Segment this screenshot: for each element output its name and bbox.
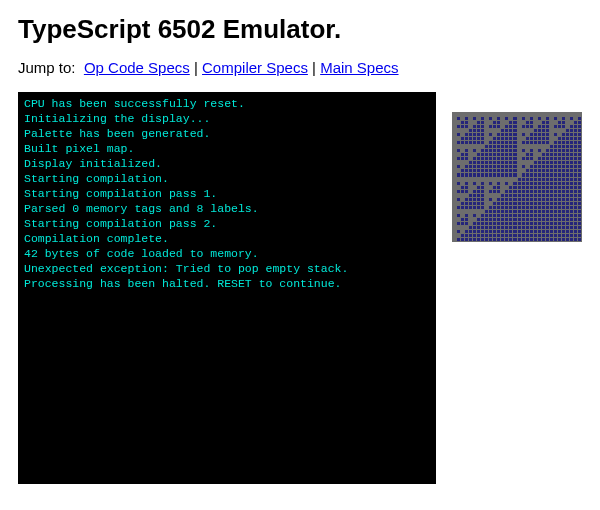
pixel: [554, 182, 557, 185]
pixel: [481, 230, 484, 233]
pixel: [497, 210, 500, 213]
pixel: [574, 153, 577, 156]
pixel: [534, 169, 537, 172]
pixel: [497, 113, 500, 116]
pixel: [465, 190, 468, 193]
pixel: [493, 206, 496, 209]
pixel: [558, 206, 561, 209]
pixel: [522, 161, 525, 164]
pixel: [497, 234, 500, 237]
pixel: [489, 117, 492, 120]
pixel: [546, 153, 549, 156]
pixel: [485, 234, 488, 237]
pixel: [522, 137, 525, 140]
pixel: [558, 198, 561, 201]
pixel: [542, 141, 545, 144]
pixel: [501, 125, 504, 128]
pixel: [477, 218, 480, 221]
pixel: [469, 218, 472, 221]
pixel: [501, 169, 504, 172]
pixel: [453, 117, 456, 120]
pixel: [473, 210, 476, 213]
pixel: [522, 186, 525, 189]
pixel: [558, 129, 561, 132]
pixel: [513, 206, 516, 209]
pixel: [538, 218, 541, 221]
pixel: [453, 186, 456, 189]
pixel: [461, 198, 464, 201]
pixel: [461, 178, 464, 181]
pixel: [550, 206, 553, 209]
pixel: [558, 165, 561, 168]
pixel: [526, 113, 529, 116]
pixel: [534, 141, 537, 144]
pixel: [574, 238, 577, 241]
pixel: [509, 149, 512, 152]
pixel: [530, 210, 533, 213]
pixel: [534, 226, 537, 229]
pixel: [513, 153, 516, 156]
pixel: [469, 226, 472, 229]
pixel: [546, 141, 549, 144]
pixel: [497, 165, 500, 168]
pixel: [505, 226, 508, 229]
pixel: [465, 157, 468, 160]
pixel: [574, 182, 577, 185]
pixel: [481, 226, 484, 229]
pixel: [497, 218, 500, 221]
pixel: [493, 141, 496, 144]
pixel: [546, 186, 549, 189]
pixel: [570, 137, 573, 140]
pixel: [465, 161, 468, 164]
pixel: [550, 198, 553, 201]
pixel: [542, 129, 545, 132]
link-compiler-specs[interactable]: Compiler Specs: [202, 59, 308, 76]
link-main-specs[interactable]: Main Specs: [320, 59, 398, 76]
pixel: [530, 117, 533, 120]
pixel: [522, 125, 525, 128]
pixel: [570, 210, 573, 213]
pixel: [461, 173, 464, 176]
link-op-code-specs[interactable]: Op Code Specs: [84, 59, 190, 76]
pixel: [526, 129, 529, 132]
pixel: [578, 190, 581, 193]
pixel: [461, 129, 464, 132]
pixel: [481, 234, 484, 237]
pixel: [530, 190, 533, 193]
pixel: [497, 214, 500, 217]
pixel: [473, 190, 476, 193]
pixel: [509, 141, 512, 144]
pixel: [489, 226, 492, 229]
pixel: [538, 125, 541, 128]
pixel: [566, 121, 569, 124]
pixel: [522, 157, 525, 160]
pixel: [566, 234, 569, 237]
pixel: [554, 157, 557, 160]
pixel: [473, 218, 476, 221]
pixel: [530, 202, 533, 205]
pixel: [530, 137, 533, 140]
pixel: [469, 133, 472, 136]
pixel: [465, 186, 468, 189]
pixel: [562, 161, 565, 164]
pixel: [570, 157, 573, 160]
pixel: [526, 137, 529, 140]
pixel: [485, 186, 488, 189]
pixel: [477, 161, 480, 164]
pixel: [465, 182, 468, 185]
pixel: [505, 117, 508, 120]
pixel: [542, 137, 545, 140]
pixel: [574, 173, 577, 176]
pixel: [493, 178, 496, 181]
pixel: [554, 125, 557, 128]
pixel: [457, 169, 460, 172]
pixel: [493, 169, 496, 172]
pixel: [558, 121, 561, 124]
pixel: [562, 145, 565, 148]
pixel: [578, 149, 581, 152]
pixel: [554, 113, 557, 116]
pixel: [570, 194, 573, 197]
pixel: [518, 202, 521, 205]
pixel: [550, 222, 553, 225]
pixel: [505, 186, 508, 189]
